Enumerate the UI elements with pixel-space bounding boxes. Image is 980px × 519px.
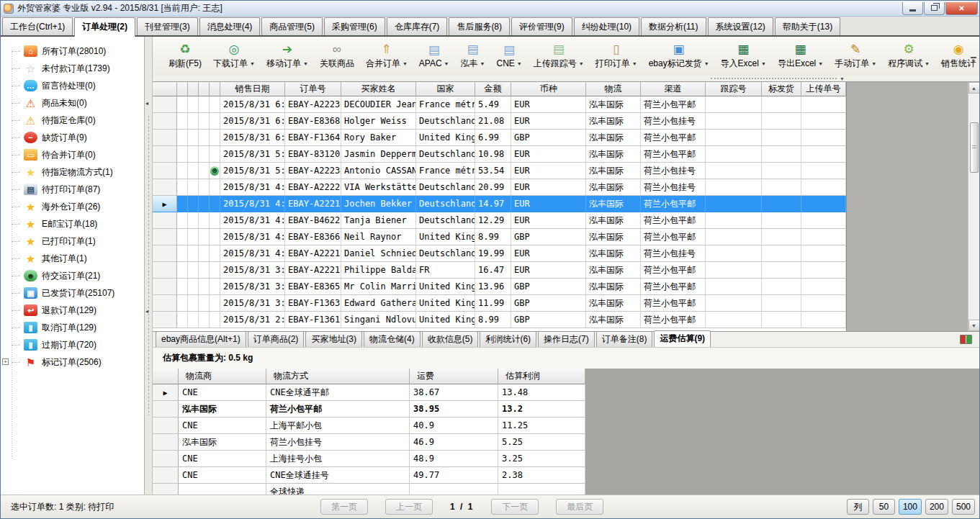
- col-header-method[interactable]: 物流方式: [266, 369, 410, 384]
- row-header-cell[interactable]: ▶: [153, 484, 179, 495]
- sidebar-item[interactable]: + ★ E邮宝订单(18): [1, 215, 144, 233]
- col-header-channel[interactable]: 渠道: [641, 82, 706, 96]
- row-header-cell[interactable]: ▶: [153, 262, 177, 279]
- col-header-profit[interactable]: 估算利润: [498, 369, 585, 384]
- page-size-button[interactable]: 100: [899, 499, 922, 515]
- col-header-country[interactable]: 国家: [416, 82, 475, 96]
- sidebar-item[interactable]: + … 留言待处理(0): [1, 77, 144, 94]
- estimate-row[interactable]: ▶ 泓丰国际 荷兰小包挂号 46.9 5.25: [153, 434, 585, 451]
- toolbar-button[interactable]: ⇑ 合并订单▼: [360, 38, 413, 74]
- estimate-row[interactable]: ▶ CNE 上海平邮小包 40.9 11.25: [153, 418, 585, 434]
- sidebar-item[interactable]: + ⌂ 所有订单(28010): [1, 42, 144, 60]
- sidebar-item[interactable]: + ⚑ 标记订单(2506): [1, 353, 144, 371]
- row-header-cell[interactable]: ▶: [153, 467, 179, 484]
- sidebar-item[interactable]: + ★ 海外仓订单(26): [1, 198, 144, 215]
- sidebar-item[interactable]: + ★ 已打印订单(1): [1, 233, 144, 250]
- toolbar-button[interactable]: ▤ 泓丰▼: [455, 38, 491, 74]
- row-header-cell[interactable]: ▶: [153, 401, 179, 418]
- dropdown-arrow-icon[interactable]: ▼: [761, 61, 766, 66]
- row-header-cell[interactable]: ▶: [153, 418, 179, 434]
- toolbar-button[interactable]: ▦ 导入Excel▼: [715, 38, 772, 74]
- col-header-currency[interactable]: 币种: [511, 82, 586, 96]
- sidebar-item[interactable]: + ⚠ 待指定仓库(0): [1, 112, 144, 129]
- sidebar-item[interactable]: + ▭ 待合并订单(0): [1, 146, 144, 163]
- toolbar-button[interactable]: ∞ 关联商品▼: [314, 38, 360, 74]
- menu-tab[interactable]: 评价管理(9): [511, 17, 572, 35]
- table-row[interactable]: ▶ ☻ 2015/8/31 4:00 EBAY-A22218 Daniel Sc…: [153, 245, 846, 262]
- toolbar-button[interactable]: ➔ 移动订单▼: [261, 38, 314, 74]
- toolbar-button[interactable]: ▤ 上传跟踪号▼: [528, 38, 590, 74]
- detail-tab[interactable]: 利润统计(6): [480, 331, 536, 347]
- menu-tab[interactable]: 消息处理(4): [199, 17, 261, 35]
- detail-tab[interactable]: 订单商品(2): [248, 331, 305, 347]
- row-header-cell[interactable]: ▶: [153, 179, 177, 196]
- table-row[interactable]: ▶ ☻ 2015/8/31 4:11 EBAY-E8366 Neil Rayno…: [153, 229, 846, 245]
- sidebar-item[interactable]: + − 缺货订单(9): [1, 129, 144, 146]
- page-size-button[interactable]: 500: [952, 499, 975, 515]
- sidebar-item[interactable]: + ★ 其他订单(1): [1, 250, 144, 267]
- detail-tab[interactable]: 买家地址(3): [305, 331, 362, 347]
- sidebar-splitter[interactable]: ◂ ◂: [145, 37, 153, 495]
- scrollbar-thumb[interactable]: [970, 122, 979, 173]
- dropdown-arrow-icon[interactable]: ▼: [403, 61, 408, 66]
- detail-tab[interactable]: 订单备注(8): [596, 331, 653, 347]
- book-icon[interactable]: [960, 335, 972, 344]
- toolbar-button[interactable]: ⚙ 程序调试▼: [882, 38, 935, 74]
- sidebar-item[interactable]: + ↩ 退款订单(129): [1, 302, 144, 319]
- row-header-cell[interactable]: ▶: [153, 163, 177, 179]
- maximize-button[interactable]: [924, 2, 945, 15]
- dropdown-arrow-icon[interactable]: ▼: [818, 61, 823, 66]
- table-row[interactable]: ▶ ☻ 2015/8/31 4:46 EBAY-A22219 Jochen Be…: [153, 196, 846, 212]
- col-header-tracking[interactable]: 跟踪号: [706, 82, 762, 96]
- table-row[interactable]: ▶ ☻ 2015/8/31 5:47 EBAY-A22234 Antonio C…: [153, 163, 846, 179]
- estimate-row[interactable]: ▶ CNE 上海挂号小包 48.9 3.25: [153, 451, 585, 467]
- toolbar-button[interactable]: ▣ ebay标记发货▼: [643, 38, 715, 74]
- toolbar-button[interactable]: ◉ 销售统计▼: [935, 38, 980, 74]
- menu-tab[interactable]: 纠纷处理(10): [574, 17, 639, 35]
- scroll-down-icon[interactable]: ▼: [968, 320, 980, 331]
- close-button[interactable]: ✕: [945, 2, 978, 15]
- estimate-row[interactable]: ▶ CNE CNE全球通挂号 49.77 2.38: [153, 467, 585, 484]
- minimize-button[interactable]: [902, 2, 923, 15]
- sidebar-item[interactable]: + ☆ 未付款订单(1739): [1, 60, 144, 77]
- row-header-cell[interactable]: ▶: [153, 130, 177, 146]
- row-header-cell[interactable]: ▶: [153, 229, 177, 245]
- first-page-button[interactable]: 第一页: [320, 499, 368, 515]
- detail-tab[interactable]: ebay商品信息(Alt+1): [156, 331, 246, 347]
- sidebar-item[interactable]: + ▮ 取消订单(129): [1, 319, 144, 336]
- detail-tab[interactable]: 物流仓储(4): [364, 331, 421, 347]
- table-row[interactable]: ▶ ☻ 2015/8/31 4:53 EBAY-A22220 VIA Werks…: [153, 179, 846, 196]
- sidebar-item[interactable]: + ⚠ 商品未知(0): [1, 94, 144, 112]
- row-header-cell[interactable]: ▶: [153, 434, 179, 451]
- row-header-cell[interactable]: ▶: [153, 196, 177, 212]
- col-header-ship-flag[interactable]: 标发货: [762, 82, 801, 96]
- next-page-button[interactable]: 下一页: [491, 499, 539, 515]
- page-size-button[interactable]: 50: [873, 499, 895, 515]
- toolbar-button[interactable]: ▯ 打印订单▼: [590, 38, 643, 74]
- last-page-button[interactable]: 最后页: [556, 499, 603, 515]
- col-header-upload-no[interactable]: 上传单号: [801, 82, 846, 96]
- toolbar-button[interactable]: ▦ 导出Excel▼: [772, 38, 829, 74]
- estimate-row[interactable]: ▶ 泓丰国际 荷兰小包平邮 38.95 13.2: [153, 401, 585, 418]
- dropdown-arrow-icon[interactable]: ▼: [480, 61, 485, 66]
- menu-tab[interactable]: 商品管理(5): [261, 17, 323, 35]
- row-header-cell[interactable]: ▶: [153, 279, 177, 295]
- table-row[interactable]: ▶ ☻ 2015/8/31 6:08 EBAY-F1364 Rory Baker…: [153, 130, 846, 146]
- dropdown-arrow-icon[interactable]: ▼: [303, 61, 308, 66]
- toolbar-button[interactable]: ✎ 手动订单▼: [829, 38, 882, 74]
- table-row[interactable]: ▶ ☻ 2015/8/31 4:16 EBAY-B4622 Tanja Bien…: [153, 212, 846, 229]
- menu-tab[interactable]: 帮助关于(13): [775, 17, 840, 35]
- table-row[interactable]: ▶ ☻ 2015/8/31 5:59 EBAY-83120... Jasmin …: [153, 146, 846, 163]
- menu-tab[interactable]: 订单处理(2): [74, 17, 135, 37]
- row-header-cell[interactable]: ▶: [153, 245, 177, 262]
- row-header-cell[interactable]: ▶: [153, 212, 177, 229]
- row-header-cell[interactable]: ▶: [153, 113, 177, 130]
- sidebar-item[interactable]: + ▣ 已发货订单(25107): [1, 284, 144, 302]
- table-row[interactable]: ▶ ☻ 2015/8/31 3:53 EBAY-A22217 Philippe …: [153, 262, 846, 279]
- col-header-buyer-name[interactable]: 买家姓名: [341, 82, 416, 96]
- dropdown-arrow-icon[interactable]: ▼: [579, 61, 584, 66]
- menu-tab[interactable]: 数据分析(11): [641, 17, 706, 35]
- columns-button[interactable]: 列: [847, 499, 869, 515]
- toolbar-button[interactable]: ♻ 刷新(F5)▼: [163, 38, 207, 74]
- detail-tab[interactable]: 收款信息(5): [422, 331, 479, 347]
